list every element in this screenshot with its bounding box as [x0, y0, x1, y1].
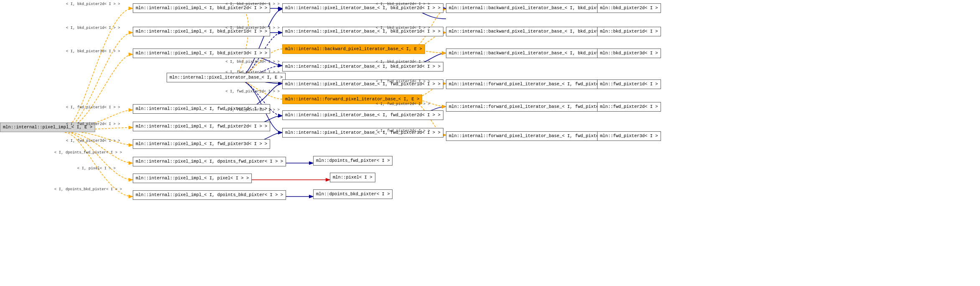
edge-label-fwd2d: < I, fwd_pixter2d< I > > [66, 122, 120, 126]
edge-label-mid-bkd1d: < I, bkd_pixter1d< I > > [225, 26, 280, 30]
node-bkd-pixter3d: mln::bkd_pixter3d< I > [597, 49, 661, 58]
node-bkd-pixel-iter-base-IE: mln::internal::backward_pixel_iterator_b… [282, 44, 425, 54]
node-pixel-impl-pixel: mln::internal::pixel_impl_< I, pixel< I … [133, 174, 252, 183]
edge-label-mid-fwd2d: < I, fwd_pixter2d< I > > [225, 89, 280, 94]
node-fwd-pixter2d: mln::fwd_pixter2d< I > [597, 102, 661, 112]
edge-label-fwd3d: < I, fwd_pixter3d< I > > [66, 139, 120, 143]
edge-label-right-bkd1d: < I, bkd_pixter1d< I > > [376, 26, 430, 30]
edge-label-mid-fwd1d: < I, fwd_pixter1d< I > > [225, 70, 280, 74]
edge-label-right-fwd3d: < I, fwd_pixter3d< I > > [376, 129, 430, 133]
edge-label-mid-fwd3d: < I, fwd_pixter3d< I > > [225, 108, 280, 112]
edge-label-right-fwd1d: < I, fwd_pixter1d< I > > [376, 79, 430, 84]
edge-label-right-fwd2d: < I, fwd_pixter2d< I > > [376, 102, 430, 106]
node-fwd-pixter1d: mln::fwd_pixter1d< I > [597, 79, 661, 89]
edge-label-dpts-bkd: < I, dpoints_bkd_pixter< I > > [54, 187, 122, 192]
edge-label-dpts-fwd: < I, dpoints_fwd_pixter< I > > [54, 151, 122, 155]
edge-label-fwd1d: < I, fwd_pixter1d< I > > [66, 105, 120, 110]
node-pixel-impl-dpts-bkd: mln::internal::pixel_impl_< I, dpoints_b… [133, 190, 286, 200]
edge-label-mid-bkd3d: < I, bkd_pixter3d< I > > [225, 60, 280, 64]
node-pixel-iter-base-fwd2d: mln::internal::pixel_iterator_base_< I, … [282, 110, 443, 120]
node-dpts-bkd-pixter: mln::dpoints_bkd_pixter< I > [313, 189, 393, 199]
node-bkd-pixter1d: mln::bkd_pixter1d< I > [597, 27, 661, 36]
edge-label-bkd1d: < I, bkd_pixter1d< I > > [66, 26, 120, 30]
node-pixel-impl-fwd2d: mln::internal::pixel_impl_< I, fwd_pixte… [133, 122, 270, 131]
edge-label-right-bkd3d: < I, bkd_pixter3d< I > > [376, 60, 430, 64]
edge-label-pixel: < I, pixel< I > > [77, 166, 116, 171]
edge-label-right-bkd2d: < I, bkd_pixter2d< I > > [376, 2, 430, 6]
edge-label-bkd2d: < I, bkd_pixter2d< I > > [66, 2, 120, 6]
node-dpts-fwd-pixter: mln::dpoints_fwd_pixter< I > [313, 156, 393, 166]
diagram-container: mln::internal::pixel_impl_< I, E > mln::… [0, 0, 980, 286]
edge-label-mid-bkd2d: < I, bkd_pixter2d< I > > [225, 2, 280, 6]
node-pixel-I: mln::pixel< I > [330, 173, 375, 182]
node-pixel-impl-fwd3d: mln::internal::pixel_impl_< I, fwd_pixte… [133, 139, 270, 149]
edge-label-bkd3d: < I, bkd_pixter3d< I > > [66, 49, 120, 54]
node-pixel-impl-dpts-fwd: mln::internal::pixel_impl_< I, dpoints_f… [133, 157, 286, 166]
node-fwd-pixter3d: mln::fwd_pixter3d< I > [597, 131, 661, 141]
node-pixel-impl-bkd3d: mln::internal::pixel_impl_< I, bkd_pixte… [133, 49, 270, 58]
node-bkd-pixter2d: mln::bkd_pixter2d< I > [597, 3, 661, 13]
